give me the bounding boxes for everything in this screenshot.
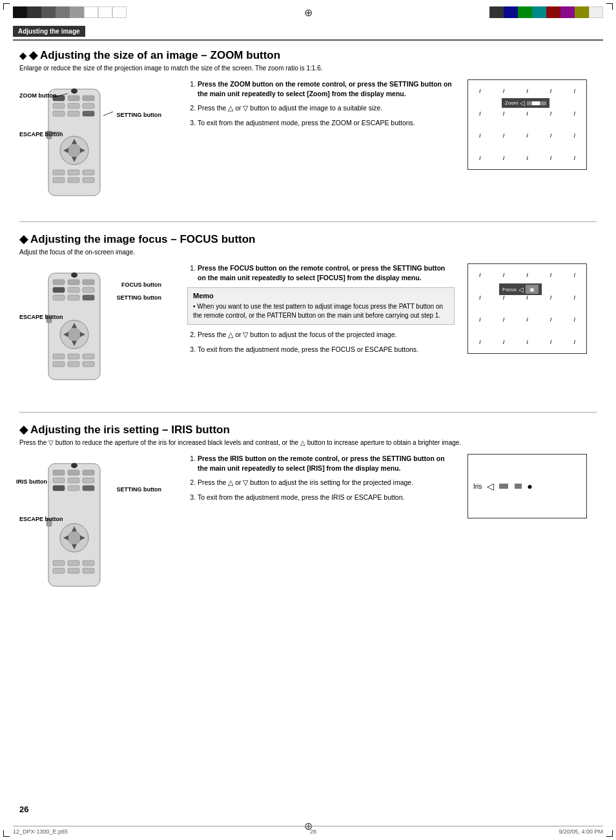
- svg-rect-3: [83, 96, 94, 101]
- zoom-title: ◆ Adjusting the size of an image – ZOOM …: [19, 48, 597, 62]
- focus-body: FOCUS button ESCAPE button SETTING butto…: [19, 263, 597, 393]
- iris-display: Iris ◁ ●: [467, 454, 597, 596]
- focus-memo-box: Memo • When you want to use the test pat…: [187, 287, 455, 325]
- svg-rect-2: [68, 96, 79, 101]
- iris-instructions: Press the IRIS button on the remote cont…: [187, 454, 455, 596]
- svg-point-53: [71, 463, 77, 468]
- svg-rect-70: [53, 560, 65, 566]
- focus-diagram: FOCUS button ESCAPE button SETTING butto…: [19, 263, 161, 393]
- focus-display: I I I I I I I I I I I I I I I I I: [467, 263, 597, 393]
- svg-rect-9: [68, 111, 79, 116]
- focus-step-3: To exit from the adjustment mode, press …: [198, 345, 455, 354]
- svg-rect-58: [68, 478, 79, 483]
- svg-rect-31: [68, 280, 79, 285]
- svg-rect-50: [68, 362, 79, 367]
- corner-bl: [3, 830, 10, 837]
- focus-steps: Press the FOCUS button on the remote con…: [187, 263, 455, 282]
- zoom-remote-svg: [45, 86, 103, 199]
- header-section: Adjusting the image: [13, 26, 603, 41]
- focus-remote-svg: [45, 270, 103, 383]
- corner-br: [606, 830, 613, 837]
- svg-rect-5: [68, 103, 79, 108]
- iris-section: ◆Adjusting the iris setting – IRIS butto…: [19, 423, 597, 596]
- svg-rect-62: [83, 486, 94, 491]
- zoom-escape-label: ESCAPE button: [19, 131, 63, 138]
- svg-rect-8: [53, 111, 65, 116]
- svg-rect-72: [83, 560, 94, 566]
- zoom-section: ◆ Adjusting the size of an image – ZOOM …: [19, 48, 597, 202]
- svg-rect-47: [68, 354, 79, 359]
- svg-rect-22: [68, 178, 79, 183]
- svg-rect-30: [53, 280, 65, 285]
- svg-rect-73: [53, 568, 65, 573]
- zoom-step-2: Press the △ or ▽ button to adjust the im…: [198, 103, 455, 113]
- focus-steps-2: Press the △ or ▽ button to adjust the fo…: [187, 330, 455, 354]
- iris-diagram: IRIS button ESCAPE button SETTING button: [19, 454, 161, 596]
- iris-steps: Press the IRIS button on the remote cont…: [187, 454, 455, 502]
- zoom-steps: Press the ZOOM button on the remote cont…: [187, 79, 455, 128]
- svg-rect-32: [83, 280, 94, 285]
- iris-diagram-area: IRIS button ESCAPE button SETTING button: [19, 454, 174, 596]
- footer-left: 12_DPX-1300_E.p65: [13, 828, 68, 835]
- svg-rect-59: [83, 478, 94, 483]
- iris-step-2: Press the △ or ▽ button to adjust the ir…: [198, 478, 455, 487]
- svg-rect-46: [53, 354, 65, 359]
- footer-right: 9/20/05, 4:00 PM: [559, 828, 603, 835]
- iris-step-3: To exit from the adjustment mode, press …: [198, 493, 455, 502]
- svg-rect-36: [53, 295, 65, 300]
- focus-indicator: Focus ◁ ▣: [499, 283, 542, 295]
- svg-rect-55: [68, 470, 79, 475]
- iris-grid: Iris ◁ ●: [467, 454, 587, 518]
- header-title-bar: Adjusting the image: [13, 26, 85, 37]
- focus-diagram-area: FOCUS button ESCAPE button SETTING butto…: [19, 263, 174, 393]
- svg-rect-7: [83, 111, 94, 116]
- top-crosshair: ⊕: [304, 6, 313, 19]
- iris-remote-svg: [45, 460, 103, 589]
- main-content: ◆ Adjusting the size of an image – ZOOM …: [19, 48, 597, 615]
- svg-rect-56: [83, 470, 94, 475]
- focus-escape-label: ESCAPE button: [19, 314, 63, 320]
- svg-rect-75: [83, 568, 94, 573]
- svg-rect-48: [83, 354, 94, 359]
- zoom-step-3: To exit from the adjustment mode, press …: [198, 118, 455, 128]
- iris-title: ◆Adjusting the iris setting – IRIS butto…: [19, 423, 597, 436]
- svg-rect-35: [83, 287, 94, 292]
- focus-button-label: FOCUS button: [121, 282, 161, 289]
- iris-button-label: IRIS button: [16, 478, 47, 486]
- focus-instructions: Press the FOCUS button on the remote con…: [187, 263, 455, 393]
- page-number: 26: [19, 804, 28, 814]
- svg-rect-4: [53, 103, 65, 108]
- focus-section: ◆Adjusting the image focus – FOCUS butto…: [19, 232, 597, 393]
- zoom-button-label: ZOOM button: [19, 92, 56, 100]
- zoom-step-1: Press the ZOOM button on the remote cont…: [198, 79, 455, 98]
- focus-title: ◆Adjusting the image focus – FOCUS butto…: [19, 232, 597, 246]
- svg-rect-20: [83, 170, 94, 175]
- focus-memo-title: Memo: [193, 292, 449, 300]
- svg-rect-61: [68, 486, 79, 491]
- svg-rect-38: [83, 295, 94, 300]
- svg-rect-57: [53, 478, 65, 483]
- corner-tl: [3, 3, 10, 10]
- iris-step-1: Press the IRIS button on the remote cont…: [198, 454, 455, 473]
- svg-rect-74: [68, 568, 79, 573]
- svg-rect-21: [53, 178, 65, 183]
- svg-point-24: [71, 88, 77, 94]
- top-black-bar: [13, 6, 127, 18]
- svg-rect-33: [53, 287, 65, 292]
- svg-point-65: [68, 531, 81, 544]
- svg-rect-37: [68, 295, 79, 300]
- zoom-body: ZOOM button ESCAPE button SETTING button…: [19, 79, 597, 202]
- svg-rect-18: [53, 170, 65, 175]
- footer-center: 26: [310, 828, 316, 835]
- svg-point-41: [68, 328, 81, 341]
- iris-body: IRIS button ESCAPE button SETTING button…: [19, 454, 597, 596]
- corner-tr: [606, 3, 613, 10]
- zoom-instructions: Press the ZOOM button on the remote cont…: [187, 79, 455, 202]
- top-color-bar: [489, 6, 603, 18]
- zoom-diagram-area: ZOOM button ESCAPE button SETTING button: [19, 79, 174, 202]
- focus-step-1: Press the FOCUS button on the remote con…: [198, 263, 455, 282]
- divider-2: [19, 412, 597, 413]
- svg-point-13: [68, 144, 81, 157]
- focus-subtitle: Adjust the focus of the on-screen image.: [19, 249, 597, 256]
- footer: 12_DPX-1300_E.p65 26 9/20/05, 4:00 PM: [13, 826, 603, 835]
